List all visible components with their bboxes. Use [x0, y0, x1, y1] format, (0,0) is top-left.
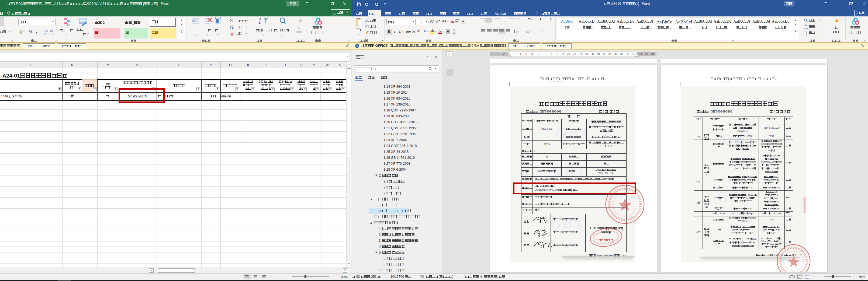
svg-text:¥: ¥: [20, 31, 22, 33]
svg-text:A: A: [452, 21, 454, 24]
